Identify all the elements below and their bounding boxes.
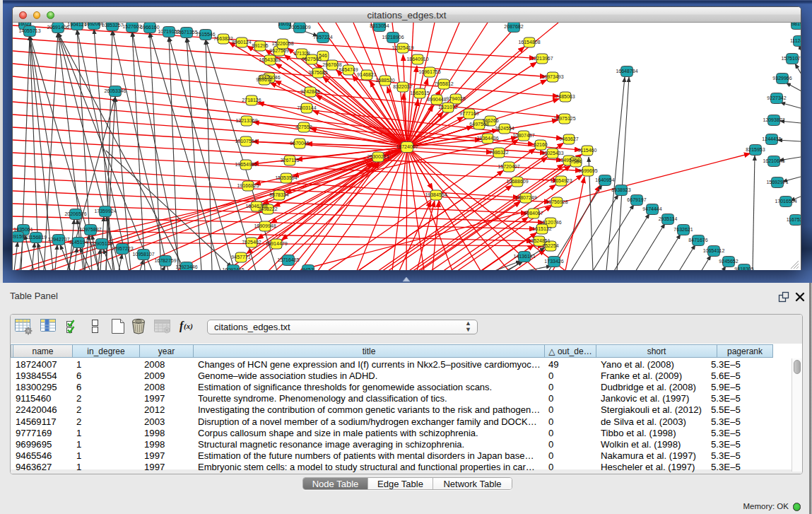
svg-text:12213967: 12213967 (531, 56, 553, 61)
svg-text:2935114: 2935114 (659, 216, 678, 221)
svg-text:3498222: 3498222 (258, 206, 277, 211)
svg-text:16154808: 16154808 (518, 40, 540, 45)
svg-text:10958107: 10958107 (132, 252, 154, 257)
svg-text:9115460: 9115460 (578, 148, 597, 153)
svg-text:6679197: 6679197 (627, 197, 646, 202)
svg-text:17359924: 17359924 (94, 209, 116, 214)
svg-text:171328: 171328 (293, 51, 310, 56)
svg-text:9245652: 9245652 (719, 259, 738, 264)
svg-text:252254: 252254 (542, 243, 558, 248)
svg-text:16023: 16023 (18, 23, 32, 26)
svg-text:62160: 62160 (534, 142, 548, 147)
svg-text:2718126: 2718126 (242, 98, 261, 103)
svg-text:989612: 989612 (256, 77, 272, 82)
svg-text:15226058: 15226058 (271, 41, 293, 46)
svg-text:9457771: 9457771 (231, 255, 250, 259)
svg-text:13524851: 13524851 (528, 238, 550, 243)
svg-text:3875685: 3875685 (308, 70, 327, 75)
svg-text:9699695: 9699695 (578, 168, 597, 173)
svg-text:1615132: 1615132 (532, 226, 551, 231)
svg-text:8454749: 8454749 (339, 67, 358, 72)
svg-text:20691406: 20691406 (47, 25, 69, 30)
svg-text:9329966: 9329966 (772, 76, 792, 81)
svg-text:8813054: 8813054 (370, 23, 389, 28)
svg-text:1733426: 1733426 (544, 259, 563, 264)
svg-text:15353594: 15353594 (275, 175, 297, 180)
svg-text:891295: 891295 (252, 43, 268, 48)
svg-text:1621072: 1621072 (438, 105, 457, 110)
svg-text:16210643: 16210643 (763, 158, 784, 163)
svg-text:16543362: 16543362 (259, 57, 281, 62)
svg-text:10973493: 10973493 (541, 74, 563, 79)
svg-text:9794028: 9794028 (446, 96, 465, 101)
svg-text:12325419: 12325419 (392, 45, 413, 50)
svg-text:17016504: 17016504 (775, 199, 796, 204)
svg-text:16909948: 16909948 (254, 223, 276, 228)
svg-text:7663822: 7663822 (213, 36, 233, 41)
svg-text:16092445: 16092445 (222, 267, 244, 270)
svg-text:3624554: 3624554 (495, 126, 514, 131)
svg-text:7485063: 7485063 (555, 94, 575, 99)
svg-text:7986322: 7986322 (489, 150, 508, 155)
svg-text:7632621: 7632621 (673, 227, 693, 232)
svg-text:11156819: 11156819 (25, 235, 47, 240)
svg-text:746266: 746266 (482, 118, 498, 123)
svg-text:14136141: 14136141 (513, 254, 535, 259)
svg-text:10688609: 10688609 (506, 179, 528, 184)
svg-text:12975125: 12975125 (553, 116, 575, 121)
svg-text:7625402: 7625402 (242, 240, 261, 245)
svg-text:16120746: 16120746 (539, 220, 561, 225)
svg-text:12942737: 12942737 (47, 237, 69, 242)
svg-text:9242848: 9242848 (300, 89, 319, 94)
svg-text:9453: 9453 (302, 267, 314, 270)
svg-text:19218906: 19218906 (382, 35, 404, 40)
svg-text:10107554: 10107554 (235, 139, 257, 144)
svg-text:18724007: 18724007 (396, 144, 418, 149)
svg-text:2967608: 2967608 (322, 62, 341, 67)
svg-text:14055713: 14055713 (18, 28, 40, 33)
svg-text:9818305: 9818305 (734, 267, 753, 270)
svg-text:3267115: 3267115 (281, 158, 300, 163)
svg-text:19166825: 19166825 (237, 183, 259, 188)
svg-text:2087682: 2087682 (504, 24, 523, 29)
svg-text:8960124: 8960124 (232, 40, 251, 45)
svg-text:16961755: 16961755 (418, 69, 440, 74)
svg-text:17957223: 17957223 (111, 246, 133, 251)
svg-text:1145194: 1145194 (69, 240, 88, 245)
svg-text:1244415: 1244415 (762, 136, 781, 141)
svg-text:18640910: 18640910 (406, 57, 428, 62)
svg-text:7803144: 7803144 (297, 105, 316, 110)
svg-text:20053809: 20053809 (288, 25, 310, 30)
svg-text:9474444: 9474444 (642, 206, 661, 211)
svg-text:25300213: 25300213 (367, 154, 389, 159)
svg-text:9227342: 9227342 (767, 95, 786, 100)
svg-text:20206576: 20206576 (64, 211, 86, 216)
svg-text:10853257: 10853257 (101, 23, 123, 28)
svg-text:10975887: 10975887 (79, 227, 101, 232)
svg-text:8990448: 8990448 (427, 97, 446, 102)
svg-text:15716485: 15716485 (277, 257, 299, 262)
svg-text:7955812: 7955812 (434, 81, 453, 86)
svg-text:7515546: 7515546 (196, 32, 215, 37)
svg-text:19756928: 19756928 (546, 199, 567, 204)
svg-text:9819: 9819 (792, 23, 801, 26)
svg-text:8322037: 8322037 (393, 84, 412, 89)
svg-text:18807249: 18807249 (514, 195, 536, 200)
svg-text:1640954: 1640954 (595, 177, 614, 182)
svg-text:19384554: 19384554 (425, 192, 447, 197)
svg-text:26053346: 26053346 (104, 88, 126, 93)
svg-text:1835061: 1835061 (13, 227, 33, 232)
svg-text:427552: 427552 (295, 124, 312, 129)
svg-text:9463627: 9463627 (559, 136, 578, 141)
svg-text:21364436: 21364436 (476, 136, 498, 141)
svg-text:6966160: 6966160 (140, 25, 159, 30)
svg-text:39159: 39159 (13, 234, 25, 239)
svg-text:9777169: 9777169 (459, 111, 478, 116)
svg-text:1112482: 1112482 (790, 38, 801, 43)
svg-text:12923446: 12923446 (175, 264, 197, 269)
svg-text:1588520: 1588520 (375, 78, 394, 83)
svg-text:12213369: 12213369 (235, 118, 257, 123)
svg-text:7584: 7584 (570, 159, 582, 164)
svg-text:16671355: 16671355 (175, 30, 197, 35)
svg-text:546: 546 (319, 53, 327, 58)
